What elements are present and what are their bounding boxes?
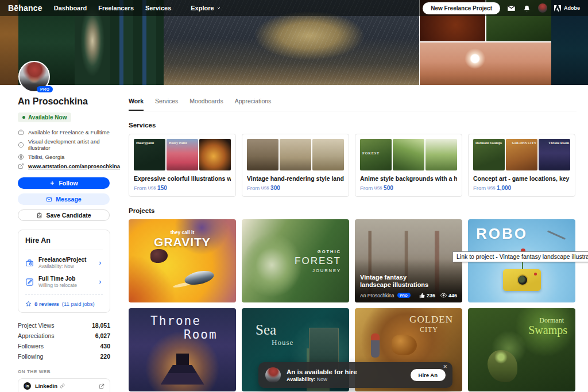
clipboard-icon bbox=[36, 212, 42, 219]
hire-option-label: Freelance/Project bbox=[38, 257, 93, 263]
service-card-vintage[interactable]: Vintage hand-rendering style landscap...… bbox=[242, 134, 349, 197]
profile-details: Available for Freelance & Fulltime Visua… bbox=[18, 129, 110, 169]
briefcase-icon bbox=[18, 129, 24, 135]
chevron-down-icon bbox=[216, 6, 221, 10]
service-thumb: #heavypaint bbox=[134, 139, 165, 170]
external-link-icon bbox=[18, 163, 24, 169]
tab-appreciations[interactable]: Appreciations bbox=[235, 98, 272, 111]
hire-option-label: Full Time Job bbox=[38, 275, 93, 282]
service-thumb: GOLDEN CITY bbox=[506, 139, 537, 170]
service-thumb bbox=[199, 139, 231, 170]
nav-item-dashboard[interactable]: Dashboard bbox=[54, 5, 87, 11]
service-title: Anime style backgrounds with a hand-... bbox=[360, 175, 457, 182]
swamp-creature-art bbox=[488, 350, 517, 382]
projects-heading: Projects bbox=[129, 207, 577, 214]
throne-steps-art bbox=[161, 365, 204, 385]
toast-close-icon[interactable]: ✕ bbox=[443, 364, 447, 370]
nav-item-services[interactable]: Services bbox=[145, 5, 171, 11]
briefcase-clock-icon bbox=[25, 259, 34, 267]
service-thumb: FOREST bbox=[360, 139, 392, 170]
gravity-ship-art bbox=[183, 269, 215, 287]
chevron-right-icon bbox=[98, 261, 103, 266]
availability-badge: Available Now bbox=[18, 112, 71, 122]
pen-square-icon bbox=[25, 278, 34, 286]
service-thumb bbox=[425, 139, 457, 170]
reviews-link[interactable]: 8 reviews (11 paid jobs) bbox=[25, 294, 103, 307]
link-tooltip: Link to project - Vintage fantasy landsc… bbox=[452, 251, 588, 262]
service-thumb: Throne Room bbox=[539, 139, 570, 170]
project-gothic-forest[interactable]: GOTHIC FOREST JOURNEY bbox=[242, 219, 349, 302]
toast-availability: Availability: Now bbox=[287, 377, 357, 382]
service-card-anime[interactable]: FOREST Anime style backgrounds with a ha… bbox=[355, 134, 462, 197]
detail-freelance: Available for Freelance & Fulltime bbox=[18, 129, 110, 135]
robo-shears-art bbox=[547, 230, 566, 240]
hire-option-fulltime[interactable]: Full Time Job Willing to relocate bbox=[25, 275, 103, 288]
robo-camera-art bbox=[503, 269, 541, 291]
cover-art-sunset-pagoda bbox=[420, 42, 551, 85]
hire-card-title: Hire An bbox=[25, 236, 103, 250]
service-title: Expressive colorful Illustrations with h… bbox=[134, 175, 231, 182]
toast-avatar bbox=[265, 367, 281, 383]
stat-followers: Followers 430 bbox=[18, 343, 110, 350]
profile-sidebar: An Prosochkina Available Now Available f… bbox=[18, 96, 110, 392]
linkedin-icon: in bbox=[24, 382, 31, 390]
project-hover-overlay: Vintage fantasy landscape illustrations … bbox=[355, 259, 462, 303]
new-freelance-project-button[interactable]: New Freelance Project bbox=[423, 2, 500, 14]
hire-option-freelance[interactable]: Freelance/Project Availability: Now bbox=[25, 257, 103, 269]
profile-name: An Prosochkina bbox=[18, 96, 110, 107]
project-title: Vintage fantasy landscape illustrations bbox=[360, 274, 429, 290]
web-links-box: in LinkedIn Instagram bbox=[18, 378, 110, 392]
star-icon bbox=[25, 301, 32, 307]
service-price: From US$ 300 bbox=[247, 185, 344, 191]
service-price: From US$ 500 bbox=[360, 185, 457, 191]
service-thumb bbox=[247, 139, 278, 170]
project-vintage-fantasy[interactable]: Vintage fantasy landscape illustrations … bbox=[355, 219, 462, 302]
navbar-right: New Freelance Project Adobe bbox=[423, 2, 580, 14]
behance-profile-page: Bēhance Dashboard Freelancers Services E… bbox=[0, 0, 588, 392]
eye-icon bbox=[440, 292, 447, 298]
likes-count: 236 bbox=[419, 293, 435, 298]
stat-following: Following 220 bbox=[18, 353, 110, 360]
info-icon bbox=[18, 142, 24, 148]
service-card-illustrations[interactable]: #heavypaint Heavy Paint Expressive color… bbox=[129, 134, 236, 197]
hire-option-sub: Willing to relocate bbox=[38, 282, 93, 288]
web-link-linkedin[interactable]: in LinkedIn bbox=[18, 379, 110, 392]
chevron-right-icon bbox=[98, 280, 103, 285]
service-price: From US$ 1,000 bbox=[473, 185, 570, 191]
service-thumb bbox=[393, 139, 424, 170]
service-card-concept-art[interactable]: Dormant Swamps GOLDEN CITY Throne Room C… bbox=[468, 134, 575, 197]
follow-button[interactable]: Follow bbox=[18, 177, 110, 189]
globe-icon bbox=[18, 154, 24, 160]
artstation-link[interactable]: www.artstation.com/anprosochkina bbox=[28, 163, 120, 169]
golden-pot-art bbox=[392, 335, 417, 355]
project-author[interactable]: An Prosochkina bbox=[360, 293, 394, 298]
mail-icon[interactable] bbox=[507, 4, 516, 13]
toast-title: An is available for hire bbox=[287, 368, 357, 375]
nav-item-freelancers[interactable]: Freelancers bbox=[98, 5, 134, 11]
user-avatar-small[interactable] bbox=[538, 3, 547, 13]
service-price: From US$ 150 bbox=[134, 185, 231, 191]
tab-moodboards[interactable]: Moodboards bbox=[189, 98, 223, 111]
golden-girl-art bbox=[371, 333, 380, 358]
behance-logo[interactable]: Bēhance bbox=[8, 3, 42, 13]
save-candidate-button[interactable]: Save Candidate bbox=[18, 209, 110, 221]
message-button[interactable]: Message bbox=[18, 193, 110, 205]
gravity-rock-art bbox=[150, 249, 168, 263]
thumbs-up-icon bbox=[419, 293, 425, 298]
pro-badge: PRO bbox=[37, 86, 53, 92]
adobe-logo-icon bbox=[554, 5, 561, 11]
services-heading: Services bbox=[129, 122, 577, 129]
service-title: Concept art - game locations, key fram..… bbox=[473, 175, 570, 182]
bell-icon[interactable] bbox=[523, 4, 531, 13]
tab-services[interactable]: Services bbox=[155, 98, 178, 111]
tab-work[interactable]: Work bbox=[129, 98, 144, 111]
views-count: 446 bbox=[440, 292, 457, 298]
project-throne-room[interactable]: Throne Room bbox=[129, 308, 236, 391]
toast-hire-button[interactable]: Hire An bbox=[411, 369, 446, 381]
project-gravity[interactable]: they call it GRAVITY bbox=[129, 219, 236, 302]
adobe-brand[interactable]: Adobe bbox=[554, 5, 580, 11]
project-dormant-swamps[interactable]: Dormant Swamps bbox=[468, 308, 575, 391]
service-title: Vintage hand-rendering style landscap... bbox=[247, 175, 344, 182]
nav-item-explore[interactable]: Explore bbox=[191, 5, 220, 11]
availability-dot bbox=[22, 116, 25, 119]
